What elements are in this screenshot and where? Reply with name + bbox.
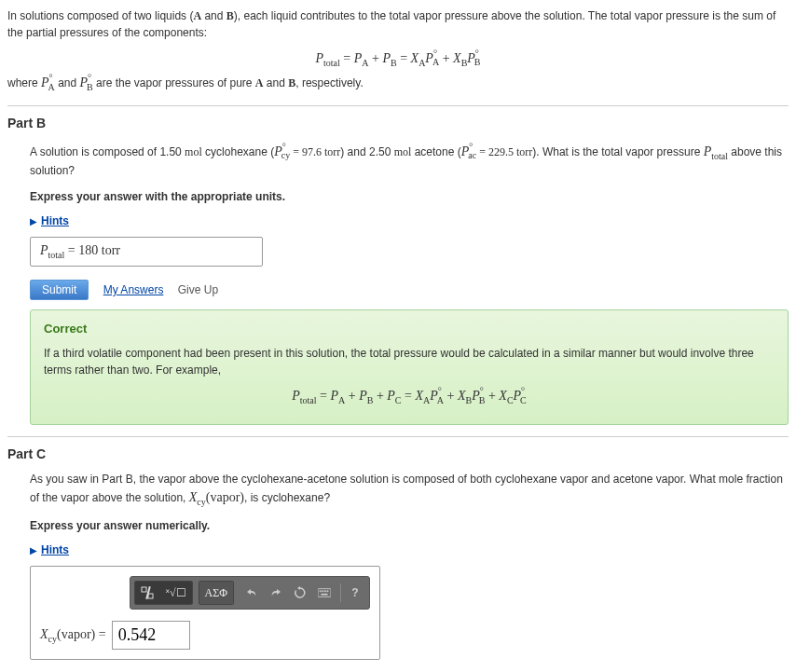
undo-button[interactable] <box>240 582 264 604</box>
reset-icon <box>294 586 307 599</box>
hints-link[interactable]: Hints <box>41 543 69 556</box>
answer-label: Ptotal = <box>40 243 78 257</box>
svg-rect-7 <box>327 591 329 593</box>
divider <box>7 436 789 437</box>
eq-input-label: Xcy(vapor) = <box>40 627 106 644</box>
svg-rect-4 <box>320 591 322 593</box>
svg-rect-0 <box>142 587 146 592</box>
template-tool-button[interactable] <box>135 582 159 604</box>
hints-link[interactable]: Hints <box>41 214 69 227</box>
help-button[interactable]: ? <box>345 582 365 604</box>
keyboard-icon <box>318 586 331 599</box>
correct-explanation: If a third volatile component had been p… <box>44 345 775 378</box>
root-tool-button[interactable]: ˣ√☐ <box>159 582 192 604</box>
svg-rect-5 <box>322 591 323 593</box>
part-b-title: Part B <box>7 116 789 130</box>
toolbar-divider <box>340 583 341 602</box>
redo-icon <box>269 586 282 599</box>
three-component-equation: Ptotal = PA + PB + PC = XAP°A + XBP°B + … <box>44 386 775 405</box>
caret-right-icon: ▶ <box>30 216 37 226</box>
divider <box>7 105 789 106</box>
part-b-answer-box: Ptotal = 180 torr <box>30 237 263 267</box>
correct-title: Correct <box>44 322 775 336</box>
part-b-answer-value[interactable]: 180 torr <box>78 243 120 257</box>
greek-tool-button[interactable]: ΑΣΦ <box>199 582 233 604</box>
part-b-question: A solution is composed of 1.50 mol cyclo… <box>30 140 789 179</box>
fraction-icon <box>141 586 154 599</box>
part-b-hints-toggle[interactable]: ▶Hints <box>30 214 789 227</box>
part-c-question: As you saw in Part B, the vapor above th… <box>30 471 789 509</box>
svg-rect-6 <box>324 591 326 593</box>
give-up-link[interactable]: Give Up <box>178 283 218 296</box>
svg-rect-8 <box>322 594 328 596</box>
my-answers-link[interactable]: My Answers <box>103 283 164 296</box>
intro-paragraph: In solutions composed of two liquids (A … <box>7 7 789 41</box>
part-b-instruction: Express your answer with the appropriate… <box>30 190 789 203</box>
equation-toolbar: ˣ√☐ ΑΣΦ ? <box>130 576 370 610</box>
part-c-instruction: Express your answer numerically. <box>30 519 789 532</box>
svg-rect-2 <box>148 594 153 598</box>
submit-button[interactable]: Submit <box>30 280 89 300</box>
svg-rect-3 <box>318 589 331 597</box>
reset-button[interactable] <box>288 582 312 604</box>
part-c-hints-toggle[interactable]: ▶Hints <box>30 543 789 556</box>
redo-button[interactable] <box>264 582 288 604</box>
part-c-answer-input[interactable] <box>112 621 190 650</box>
main-equation: Ptotal = PA + PB = XAP°A + XBP°B <box>7 48 789 67</box>
keyboard-button[interactable] <box>312 582 336 604</box>
part-c-title: Part C <box>7 446 789 461</box>
correct-feedback: Correct If a third volatile component ha… <box>30 309 789 424</box>
caret-right-icon: ▶ <box>30 545 37 555</box>
equation-editor: ˣ√☐ ΑΣΦ ? Xcy(vapor) <box>30 566 380 660</box>
where-clause: where P°A and P°B are the vapor pressure… <box>7 71 789 93</box>
undo-icon <box>245 586 258 599</box>
